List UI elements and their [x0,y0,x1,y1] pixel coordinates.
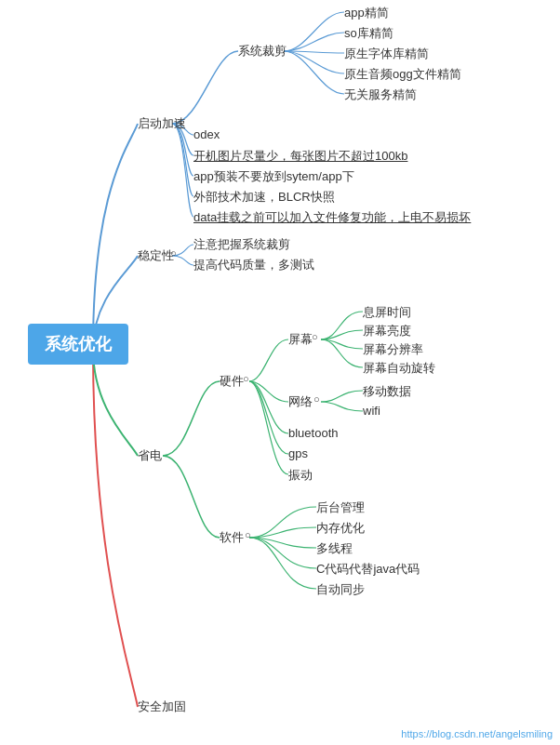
circle-houtai: ○ [355,499,362,511]
leaf-gps: gps [288,446,308,460]
branch-ruanjian: 软件 [220,529,244,546]
branch-wendingxing: 稳定性 [138,247,174,264]
branch-anquanjiagu: 安全加固 [138,698,186,715]
mindmap: 系统优化 启动加速 ○ 系统裁剪 app精简 so库精简 原生字体库精简 原生音… [0,0,560,745]
leaf-fenbianlu: 屏幕分辨率 [363,341,423,358]
leaf-odex: odex [193,127,220,141]
leaf-pingmuliangdu: 屏幕亮度 [363,323,411,339]
footer-link: https://blog.csdn.net/angelsmiling [401,728,553,739]
leaf-tigao: 提高代码质量，多测试 [193,257,314,273]
leaf-neicunyouhua: 内存优化 [316,520,365,537]
leaf-kaijitupian: 开机图片尽量少，每张图片不超过100kb [193,148,407,165]
branch-pingmu: 屏幕 [288,331,313,348]
leaf-zhuyibagua: 注意把握系统裁剪 [193,236,290,253]
leaf-yidongshuju: 移动数据 [363,383,411,400]
circle-wendingxing: ○ [170,247,177,259]
leaf-wifi: wifi [363,404,380,418]
leaf-duoxiancheng: 多线程 [316,540,353,557]
root-node: 系统优化 [28,324,128,365]
circle-qidong: ○ [175,115,181,126]
leaf-appjingjian: app精简 [344,5,389,21]
circle-ruanjian: ○ [245,529,251,540]
leaf-yinpin: 原生音频ogg文件精简 [344,66,461,83]
leaf-zidongtongbu: 自动同步 [316,581,365,598]
leaf-zidonxuanzhuan: 屏幕自动旋转 [363,360,435,377]
circle-pingmu: ○ [312,331,318,342]
branch-shedian: 省电 [138,447,162,464]
leaf-xipingshijian: 息屏时间 [363,304,411,321]
leaf-wuguan: 无关服务精简 [344,86,417,103]
branch-wangluo: 网络 [288,393,313,410]
leaf-dataguazai: data挂载之前可以加入文件修复功能，上电不易损坏 [193,209,471,226]
leaf-zhendong: 振动 [288,467,313,484]
circle-yingjian: ○ [243,373,249,384]
branch-yingjian: 硬件 [220,373,244,390]
connection-lines [0,0,560,745]
leaf-bluetooth: bluetooth [288,426,339,440]
leaf-ziti: 原生字体库精简 [344,46,429,62]
circle-wangluo: ○ [313,393,320,405]
leaf-soku: so库精简 [344,25,393,42]
branch-xitongcaijian: 系统裁剪 [238,43,287,60]
leaf-cdaima: C代码代替java代码 [316,561,420,578]
leaf-waibujishu: 外部技术加速，BLCR快照 [193,189,335,206]
leaf-appyuzhuang: app预装不要放到sytem/app下 [193,168,354,185]
